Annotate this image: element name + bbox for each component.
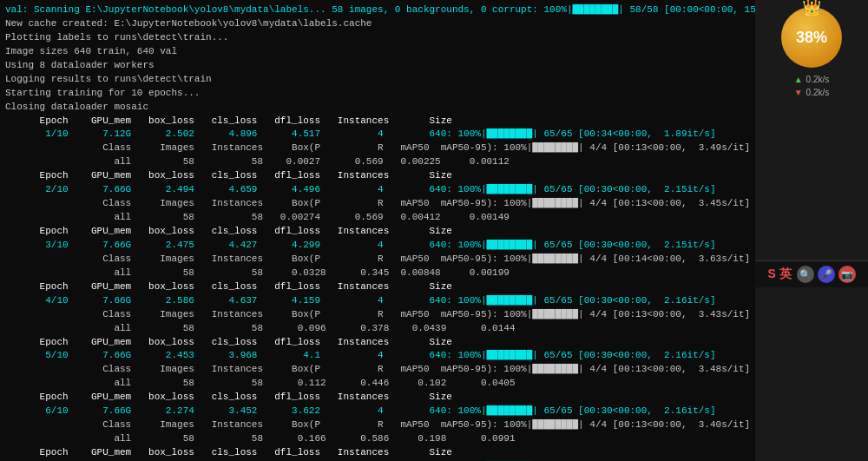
header-line-1: val: Scanning E:\JupyterNotebook\yolov8\… (5, 3, 750, 17)
sohu-camera-button[interactable]: 📷 (838, 266, 856, 283)
epoch-7-header: Epoch GPU_mem box_loss cls_loss dfl_loss… (5, 446, 750, 460)
upload-arrow-icon: ▲ (794, 75, 803, 84)
epoch-3-row1: 3/10 7.66G 2.475 4.427 4.299 4 640: 100%… (5, 239, 750, 253)
epoch-2-row2: Class Images Instances Box(P R mAP50 mAP… (5, 197, 750, 211)
terminal-window: val: Scanning E:\JupyterNotebook\yolov8\… (0, 0, 755, 461)
header-line-6: Logging results to runs\detect\train (5, 73, 750, 87)
epoch-2-row3: all 58 58 0.00274 0.569 0.00412 0.00149 (5, 211, 750, 225)
upload-speed: 0.2k/s (806, 75, 830, 84)
epoch-6-header: Epoch GPU_mem box_loss cls_loss dfl_loss… (5, 391, 750, 405)
epoch-3-row3: all 58 58 0.0328 0.345 0.00848 0.00199 (5, 267, 750, 280)
epoch-4-row3: all 58 58 0.096 0.378 0.0439 0.0144 (5, 322, 750, 336)
epoch-2-header: Epoch GPU_mem box_loss cls_loss dfl_loss… (5, 169, 750, 183)
right-panel: 👑 38% ▲ 0.2k/s ▼ 0.2k/s (755, 0, 868, 461)
download-arrow-icon: ▼ (794, 88, 803, 97)
sohu-search-button[interactable]: 🔍 (797, 266, 814, 283)
epoch-4-row2: Class Images Instances Box(P R mAP50 mAP… (5, 308, 750, 322)
sohu-toolbar: S 英 🔍 🎤 📷 (755, 260, 868, 287)
header-line-5: Using 8 dataloader workers (5, 59, 750, 73)
crown-icon: 👑 (802, 0, 821, 17)
epoch-6-row2: Class Images Instances Box(P R mAP50 mAP… (5, 418, 750, 432)
epoch-5-row3: all 58 58 0.112 0.446 0.102 0.0405 (5, 377, 750, 391)
badge-circle: 👑 38% (781, 7, 842, 68)
header-line-2: New cache created: E:\JupyterNotebook\yo… (5, 17, 750, 31)
epoch-1-row1: 1/10 7.12G 2.502 4.896 4.517 4 640: 100%… (5, 128, 750, 142)
epoch-4-row1: 4/10 7.66G 2.586 4.637 4.159 4 640: 100%… (5, 294, 750, 308)
badge-percent: 38% (796, 29, 827, 47)
epoch-6-row1: 6/10 7.66G 2.274 3.452 3.622 4 640: 100%… (5, 405, 750, 418)
stat-download: ▼ 0.2k/s (794, 88, 830, 97)
download-speed: 0.2k/s (806, 88, 830, 97)
epoch-5-header: Epoch GPU_mem box_loss cls_loss dfl_loss… (5, 336, 750, 350)
epoch-1-row3: all 58 58 0.0027 0.569 0.00225 0.00112 (5, 155, 750, 169)
epoch-3-row2: Class Images Instances Box(P R mAP50 mAP… (5, 253, 750, 267)
epoch-5-row2: Class Images Instances Box(P R mAP50 mAP… (5, 363, 750, 377)
stat-upload: ▲ 0.2k/s (794, 75, 830, 84)
sohu-mic-button[interactable]: 🎤 (818, 266, 835, 283)
epoch-1-header: Epoch GPU_mem box_loss cls_loss dfl_loss… (5, 115, 750, 128)
epoch-6-row3: all 58 58 0.166 0.586 0.198 0.0991 (5, 432, 750, 446)
sohu-logo: S 英 (767, 267, 791, 282)
epoch-1-row2: Class Images Instances Box(P R mAP50 mAP… (5, 142, 750, 155)
epoch-4-header: Epoch GPU_mem box_loss cls_loss dfl_loss… (5, 280, 750, 294)
epoch-2-row1: 2/10 7.66G 2.494 4.659 4.496 4 640: 100%… (5, 183, 750, 197)
epoch-3-header: Epoch GPU_mem box_loss cls_loss dfl_loss… (5, 225, 750, 239)
header-line-7: Starting training for 10 epochs... (5, 87, 750, 101)
header-line-8: Closing dataloader mosaic (5, 101, 750, 115)
header-line-3: Plotting labels to runs\detect\train... (5, 31, 750, 45)
sohu-tool-buttons: 🔍 🎤 📷 (797, 266, 856, 283)
header-line-4: Image sizes 640 train, 640 val (5, 45, 750, 59)
epoch-5-row1: 5/10 7.66G 2.453 3.968 4.1 4 640: 100%|█… (5, 349, 750, 363)
